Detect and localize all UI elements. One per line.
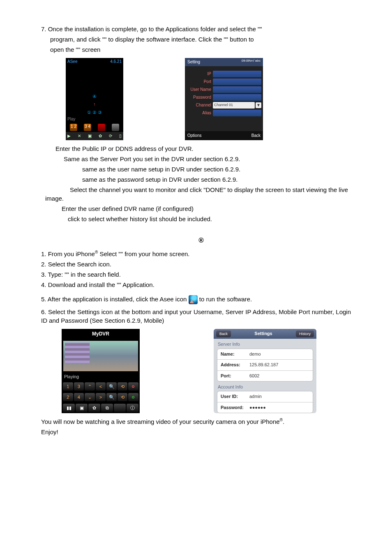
closing-line1: You will now be watching a live streamin… (41, 417, 351, 426)
bb-back: Back (251, 133, 261, 139)
step-2: 2. Select the Search icon. (41, 260, 351, 268)
bb-play-label: Play (66, 116, 123, 123)
def-ip: Enter the Public IP or DDNS address of y… (55, 144, 351, 153)
step-6: 6. Select the Settings icon at the botto… (41, 308, 351, 325)
def-pass: same as the password setup in DVR under … (82, 175, 351, 184)
def-history: click to select whether history list sho… (68, 215, 351, 223)
bb-settings-rows: IP Port User Name Password ChannelChanne… (185, 66, 263, 131)
def-user: same as the user name setup in DVR under… (82, 165, 351, 173)
bb-settings-title: Setting (187, 59, 200, 65)
bb-options: Options (187, 133, 201, 139)
step7-line3: open the "" screen (50, 45, 351, 54)
iphone-live-screenshot: MyDVR Playing 1 3 ⌃ < 🔍 ⟲ ⭘ 2 4 ⌄ > 🔍 ⟲ … (62, 329, 140, 413)
step-4: 4. Download and install the "" Applicati… (41, 280, 351, 289)
account-info-label: Account Info (214, 382, 316, 391)
server-info-group: Name:demo Address:125.89.62.187 Port:600… (217, 349, 313, 382)
def-port: Same as the Server Port you set in the D… (64, 155, 351, 163)
def-channel: Select the channel you want to monitor a… (45, 185, 351, 203)
bb-footer-icons: ▶ ✕ ▣ ✿ ⟳ ▯ (66, 132, 123, 140)
server-info-label: Server Info (214, 339, 316, 348)
bb-channel-icons: 1 2 3 4 (66, 123, 123, 132)
bb-settings-screenshot: Setting 09:09\n√ abc IP Port User Name P… (185, 58, 263, 140)
back-button: Back (216, 331, 231, 338)
iphone-live-title: MyDVR (62, 329, 140, 339)
marker-arrow: ↑ (93, 101, 96, 107)
bb-live-version: 4.6.21 (110, 59, 122, 65)
step7-line2: program, and click "" to display the sof… (50, 35, 351, 44)
bb-live-title: ASee (67, 59, 77, 65)
iphone-btn-row1: 1 3 ⌃ < 🔍 ⟲ ⭘ (62, 381, 140, 392)
step-3: 3. Type: "" in the search field. (41, 270, 351, 279)
bb-live-screenshot: ASee 4.6.21 ④ ↑ ① ② ③ Play 1 2 3 4 ▶ ✕ ▣… (66, 58, 123, 140)
step7-line1: 7. Once the installation is complete, go… (41, 25, 351, 33)
iphone-screenshots-row: MyDVR Playing 1 3 ⌃ < 🔍 ⟲ ⭘ 2 4 ⌄ > 🔍 ⟲ … (62, 329, 351, 413)
asee-app-icon (189, 295, 198, 304)
marker-4: ④ (92, 93, 97, 99)
iphone-btn-row2: 2 4 ⌄ > 🔍 ⟲ ⭘ (62, 392, 140, 402)
step-1: 1. From you iPhone® Select "" from your … (41, 250, 351, 258)
bb-screenshots-row: ASee 4.6.21 ④ ↑ ① ② ③ Play 1 2 3 4 ▶ ✕ ▣… (66, 58, 351, 140)
account-info-group: User ID:admin Password:●●●●●● (217, 391, 313, 413)
iphone-video-area (63, 341, 138, 372)
def-alias: Enter the user defined DVR name (if conf… (62, 204, 351, 213)
markers-123: ① ② ③ (87, 109, 102, 116)
closing-line2: Enjoy! (41, 428, 351, 436)
iphone-section-title: ® (51, 236, 351, 245)
iphone-settings-screenshot: Back Settings History Server Info Name:d… (214, 329, 316, 413)
iphone-btn-row3: ▮▮ ▣ ✿ ⧉ ⓘ (62, 402, 140, 413)
step-5: 5. After the application is installed, c… (41, 295, 351, 304)
bb-status: 09:09\n√ abc (242, 59, 261, 65)
history-button: History (296, 331, 314, 338)
settings-title: Settings (254, 331, 272, 337)
iphone-playing-label: Playing (62, 373, 140, 381)
